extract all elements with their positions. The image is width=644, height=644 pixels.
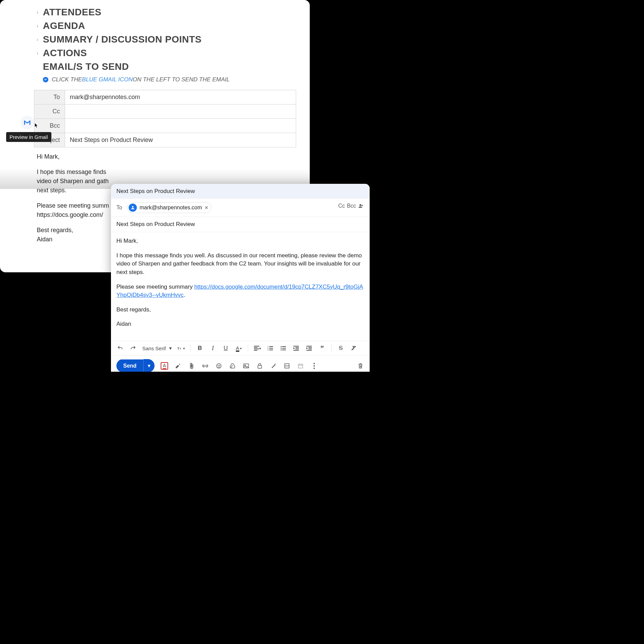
svg-rect-23 xyxy=(308,347,312,348)
greeting: Hi Mark, xyxy=(116,237,364,245)
subject-row[interactable]: Next Steps on Product Review xyxy=(111,217,370,232)
bullet-list-icon[interactable] xyxy=(279,344,287,352)
section-summary[interactable]: › SUMMARY / DISCUSSION POINTS xyxy=(34,34,296,45)
formatting-toolbar: Sans Serif ▾ TT▾ B I U A▾ ▾ 123 ” S xyxy=(111,341,370,355)
chevron-down-icon: ▾ xyxy=(169,345,172,351)
svg-text:3: 3 xyxy=(268,349,269,351)
svg-rect-31 xyxy=(258,365,262,368)
insert-link-icon[interactable] xyxy=(202,362,209,370)
svg-rect-3 xyxy=(254,347,257,348)
section-agenda[interactable]: › AGENDA xyxy=(34,20,296,31)
send-dropdown[interactable]: ▾ xyxy=(143,359,155,372)
svg-text:T: T xyxy=(177,347,179,350)
redo-icon[interactable] xyxy=(129,344,137,352)
send-button-group: Send ▾ xyxy=(116,359,155,372)
bcc-link[interactable]: Bcc xyxy=(347,203,356,209)
drive-icon[interactable] xyxy=(229,362,236,370)
section-actions[interactable]: › ACTIONS xyxy=(34,48,296,59)
send-toolbar: Send ▾ A xyxy=(111,355,370,372)
svg-rect-18 xyxy=(293,346,299,347)
text-format-icon[interactable]: A xyxy=(161,362,168,370)
confidential-icon[interactable] xyxy=(256,362,263,370)
attach-signature-icon[interactable] xyxy=(174,362,182,370)
svg-rect-25 xyxy=(306,350,312,351)
svg-point-38 xyxy=(313,363,315,364)
insert-image-icon[interactable] xyxy=(242,362,250,370)
numbered-list-icon[interactable]: 123 xyxy=(267,344,274,352)
strikethrough-icon[interactable]: S xyxy=(337,344,344,352)
hint-suffix: ON THE LEFT TO SEND THE EMAIL xyxy=(133,76,230,83)
svg-point-27 xyxy=(218,365,219,366)
clear-formatting-icon[interactable] xyxy=(350,344,357,352)
signature: Aidan xyxy=(116,320,364,328)
subject-value[interactable]: Next Steps on Product Review xyxy=(65,133,296,147)
avatar-icon xyxy=(129,204,137,212)
svg-rect-20 xyxy=(295,349,299,349)
svg-point-16 xyxy=(281,350,282,351)
remove-chip-icon[interactable]: × xyxy=(205,204,208,211)
svg-rect-19 xyxy=(295,347,299,348)
to-value[interactable]: mark@sharpennotes.com xyxy=(65,90,296,104)
indent-less-icon[interactable] xyxy=(292,344,300,352)
signoff: Best regards, xyxy=(116,306,364,314)
trash-icon[interactable] xyxy=(357,362,364,370)
svg-text:T: T xyxy=(180,348,181,350)
font-picker[interactable]: Sans Serif ▾ xyxy=(142,345,172,351)
svg-rect-15 xyxy=(282,348,286,349)
text-color-icon[interactable]: A▾ xyxy=(235,344,242,352)
bold-icon[interactable]: B xyxy=(196,344,204,352)
svg-rect-9 xyxy=(269,348,273,349)
recipient-email: mark@sharpennotes.com xyxy=(140,205,202,211)
to-label: To xyxy=(116,205,122,211)
section-title: EMAIL/S TO SEND xyxy=(43,61,129,72)
svg-rect-17 xyxy=(282,350,286,350)
greeting: Hi Mark, xyxy=(37,152,293,161)
emoji-icon[interactable] xyxy=(215,362,223,370)
bcc-value[interactable] xyxy=(65,119,296,133)
send-button[interactable]: Send xyxy=(116,359,143,372)
svg-point-14 xyxy=(281,348,282,349)
svg-rect-2 xyxy=(254,346,259,347)
cc-bcc-toggle[interactable]: Cc Bcc xyxy=(338,203,364,209)
section-title: ACTIONS xyxy=(43,48,87,59)
font-size-icon[interactable]: TT▾ xyxy=(177,344,185,352)
svg-point-39 xyxy=(313,365,315,367)
section-attendees[interactable]: › ATTENDEES xyxy=(34,7,296,18)
svg-rect-7 xyxy=(269,346,273,347)
preview-in-gmail-button[interactable] xyxy=(20,116,34,129)
cc-value[interactable] xyxy=(65,104,296,119)
svg-point-26 xyxy=(216,364,221,368)
calendar-icon[interactable] xyxy=(297,362,304,370)
to-row[interactable]: To mark@sharpennotes.com × Cc Bcc xyxy=(111,199,370,217)
more-icon[interactable] xyxy=(310,362,318,370)
indent-more-icon[interactable] xyxy=(305,344,313,352)
italic-icon[interactable]: I xyxy=(209,344,216,352)
recipient-chip[interactable]: mark@sharpennotes.com × xyxy=(127,202,211,213)
tooltip: Preview in Gmail xyxy=(6,132,51,142)
svg-point-40 xyxy=(313,368,315,369)
gmail-icon xyxy=(23,119,31,126)
cc-link[interactable]: Cc xyxy=(338,203,345,209)
svg-rect-11 xyxy=(269,350,273,350)
add-recipients-icon[interactable] xyxy=(358,204,364,208)
ink-icon[interactable] xyxy=(270,362,277,370)
quote-icon[interactable]: ” xyxy=(318,344,326,352)
svg-rect-24 xyxy=(308,349,312,349)
undo-icon[interactable] xyxy=(116,344,124,352)
compose-body[interactable]: Hi Mark, I hope this message finds you w… xyxy=(111,232,370,341)
cc-label: Cc xyxy=(34,104,65,119)
to-label: To xyxy=(34,90,65,104)
gmail-compose-window: Next Steps on Product Review To mark@sha… xyxy=(111,184,370,372)
email-fields-table: Tomark@sharpennotes.com Cc Bcc SubjectNe… xyxy=(34,90,296,147)
section-title: ATTENDEES xyxy=(43,7,101,18)
align-icon[interactable]: ▾ xyxy=(254,344,261,352)
attach-file-icon[interactable] xyxy=(188,362,195,370)
arrow-badge-icon xyxy=(43,77,48,82)
layout-icon[interactable] xyxy=(283,362,291,370)
underline-icon[interactable]: U xyxy=(222,344,229,352)
hint-blue: BLUE GMAIL ICON xyxy=(82,76,133,83)
compose-title[interactable]: Next Steps on Product Review xyxy=(111,184,370,199)
svg-rect-13 xyxy=(282,346,286,347)
body-p2: Please see meeting summary https://docs.… xyxy=(116,283,364,300)
svg-rect-21 xyxy=(293,350,299,351)
